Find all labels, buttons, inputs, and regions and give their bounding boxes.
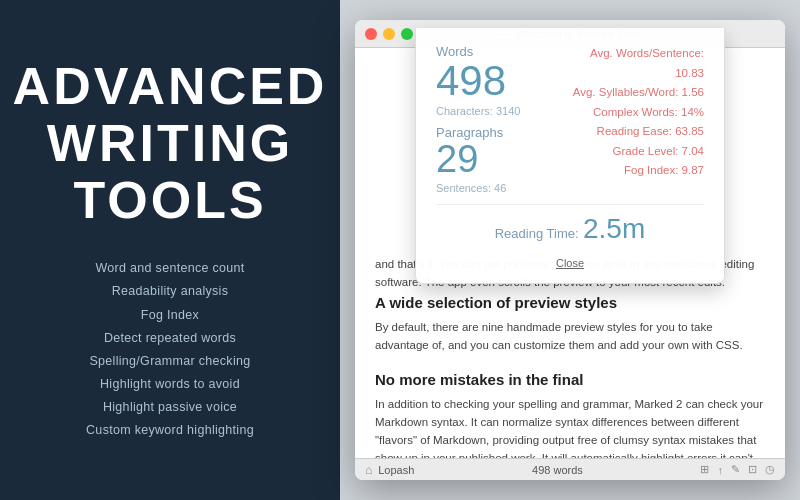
sentences-label: Sentences: 46: [436, 182, 555, 194]
title-line-2: WRITING: [47, 114, 293, 172]
status-icon-4: ⊡: [748, 463, 757, 476]
avg-words-sentence: Avg. Words/Sentence: 10.83: [570, 44, 704, 83]
status-app-name: Lopash: [378, 464, 414, 476]
reading-time-label: Reading Time:: [495, 226, 579, 241]
reading-time-row: Reading Time: 2.5m: [436, 204, 704, 245]
reading-time-value: 2.5m: [583, 213, 645, 244]
left-panel: ADVANCED WRITING TOOLS Word and sentence…: [0, 0, 340, 500]
close-btn-row: Close: [436, 253, 704, 271]
status-bar-right: ⊞ ↑ ✎ ⊡ ◷: [700, 463, 775, 476]
status-word-count: 498 words: [532, 464, 583, 476]
stats-modal: Words 498 Characters: 3140 Paragraphs 29…: [415, 28, 725, 284]
doc-section-1: A wide selection of preview styles By de…: [375, 292, 765, 355]
stats-grid: Words 498 Characters: 3140 Paragraphs 29…: [436, 44, 704, 194]
close-button[interactable]: [365, 28, 377, 40]
section-1-body: By default, there are nine handmade prev…: [375, 319, 765, 355]
status-icon-3: ✎: [731, 463, 740, 476]
feature-item-1: Word and sentence count: [86, 257, 254, 280]
section-2-heading: No more mistakes in the final: [375, 369, 765, 392]
status-home-icon: ⌂: [365, 463, 372, 477]
status-icon-2: ↑: [717, 464, 723, 476]
feature-item-3: Fog Index: [86, 304, 254, 327]
words-value: 498: [436, 59, 555, 103]
stats-close-button[interactable]: Close: [556, 257, 584, 269]
right-panel: — Welcome to Marked 2.md Words 498 Chara…: [340, 0, 800, 500]
avg-syllables-word: Avg. Syllables/Word: 1.56: [570, 83, 704, 103]
feature-item-4: Detect repeated words: [86, 327, 254, 350]
status-bar-left: ⌂ Lopash: [365, 463, 414, 477]
section-2-body: In addition to checking your spelling an…: [375, 396, 765, 458]
grade-level: Grade Level: 7.04: [570, 142, 704, 162]
title-line-3: TOOLS: [73, 171, 266, 229]
reading-ease: Reading Ease: 63.85: [570, 122, 704, 142]
feature-item-2: Readability analysis: [86, 280, 254, 303]
mac-window: — Welcome to Marked 2.md Words 498 Chara…: [355, 20, 785, 480]
feature-item-8: Custom keyword highlighting: [86, 419, 254, 442]
stats-left-col: Words 498 Characters: 3140 Paragraphs 29…: [436, 44, 570, 194]
feature-item-6: Highlight words to avoid: [86, 373, 254, 396]
features-list: Word and sentence count Readability anal…: [86, 257, 254, 442]
paragraphs-value: 29: [436, 140, 555, 180]
fog-index: Fog Index: 9.87: [570, 161, 704, 181]
feature-item-5: Spelling/Grammar checking: [86, 350, 254, 373]
status-bar: ⌂ Lopash 498 words ⊞ ↑ ✎ ⊡ ◷: [355, 458, 785, 480]
stats-right-col: Avg. Words/Sentence: 10.83 Avg. Syllable…: [570, 44, 704, 194]
feature-item-7: Highlight passive voice: [86, 396, 254, 419]
minimize-button[interactable]: [383, 28, 395, 40]
doc-section-2: No more mistakes in the final In additio…: [375, 369, 765, 458]
chars-label: Characters: 3140: [436, 105, 555, 117]
main-title: ADVANCED WRITING TOOLS: [13, 58, 328, 230]
status-icon-1: ⊞: [700, 463, 709, 476]
maximize-button[interactable]: [401, 28, 413, 40]
traffic-lights: [365, 28, 413, 40]
title-line-1: ADVANCED: [13, 57, 328, 115]
status-icon-5: ◷: [765, 463, 775, 476]
complex-words: Complex Words: 14%: [570, 103, 704, 123]
section-1-heading: A wide selection of preview styles: [375, 292, 765, 315]
